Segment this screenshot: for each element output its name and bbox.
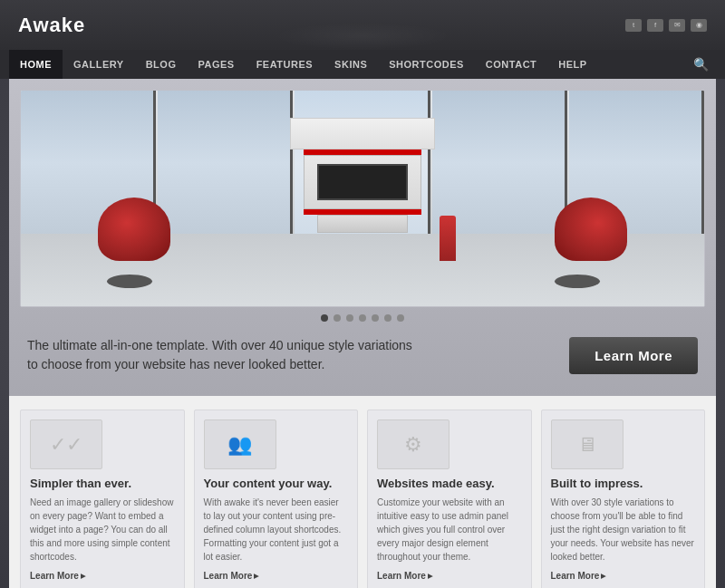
social-icons: t f ✉ ◉ [625,19,707,32]
site-header: Awake t f ✉ ◉ [0,0,725,50]
main-content: The ultimate all-in-one template. With o… [9,79,716,396]
feature-title-3: Websites made easy. [377,477,522,490]
slider-dot-6[interactable] [384,314,392,322]
nav-item-skins[interactable]: SKINS [324,50,378,79]
slider-dot-3[interactable] [346,314,353,322]
feature-link-1[interactable]: Learn More [30,571,175,581]
email-icon[interactable]: ✉ [669,19,685,32]
fireplace-body [304,155,421,209]
nav-item-shortcodes[interactable]: SHORTCODES [378,50,475,79]
fireplace-unit [290,118,435,233]
tv-screen [317,164,408,200]
feature-link-4[interactable]: Learn More [551,571,696,581]
gear-icon: ⚙ [404,433,422,457]
facebook-icon[interactable]: f [647,19,663,32]
nav-item-home[interactable]: HOME [9,50,63,79]
feature-card-websites: ⚙ Websites made easy. Customize your web… [367,410,532,588]
features-section: ✓✓ Simpler than ever. Need an image gall… [9,396,716,588]
feature-link-2[interactable]: Learn More [204,571,349,581]
image-slider[interactable] [20,90,705,307]
nav-item-contact[interactable]: CONTACT [475,50,547,79]
chair-right-base [555,275,600,288]
people-icon: 👥 [227,433,252,457]
slider-dot-4[interactable] [359,314,366,322]
feature-desc-3: Customize your website with an intuitive… [377,496,522,564]
learn-more-button[interactable]: Learn More [569,337,698,374]
feature-card-impress: 🖥 Built to impress. With over 30 style v… [541,410,706,588]
twitter-icon[interactable]: t [625,19,642,32]
slider-dot-5[interactable] [372,314,379,322]
chair-left-base [107,275,152,288]
fireplace-stand [317,215,408,233]
page-background: Awake t f ✉ ◉ HOME GALLERY BLOG PAGES FE… [0,0,725,588]
checkmark-icon: ✓✓ [50,433,82,457]
chair-left [93,198,184,288]
feature-title-4: Built to impress. [551,477,696,490]
slider-dot-1[interactable] [321,314,328,322]
chair-right-seat [555,198,627,261]
nav-item-gallery[interactable]: GALLERY [63,50,135,79]
site-title: Awake [18,14,85,37]
feature-icon-area-4: 🖥 [551,419,624,469]
cta-section: The ultimate all-in-one template. With o… [20,325,705,385]
rss-icon[interactable]: ◉ [691,19,707,32]
feature-card-simpler: ✓✓ Simpler than ever. Need an image gall… [20,410,185,588]
slider-dots [20,307,705,325]
chair-right [541,198,632,288]
feature-desc-4: With over 30 style variations to choose … [551,496,696,564]
cta-text: The ultimate all-in-one template. With o… [27,336,417,374]
main-nav: HOME GALLERY BLOG PAGES FEATURES SKINS S… [0,50,725,79]
vase [440,216,456,261]
feature-icon-area-2: 👥 [204,419,276,469]
feature-card-content: 👥 Your content your way. With awake it's… [194,410,359,588]
feature-desc-1: Need an image gallery or slideshow on ev… [30,496,175,564]
nav-item-blog[interactable]: BLOG [135,50,188,79]
slider-image [21,91,704,306]
feature-desc-2: With awake it's never been easier to lay… [204,496,349,564]
feature-icon-area-3: ⚙ [377,419,450,469]
feature-icon-area-1: ✓✓ [30,419,102,469]
nav-item-pages[interactable]: PAGES [187,50,245,79]
search-icon[interactable]: 🔍 [686,57,716,72]
slider-dot-7[interactable] [397,314,404,322]
nav-item-features[interactable]: FEATURES [246,50,324,79]
feature-title-1: Simpler than ever. [30,477,175,490]
fireplace-mantel [290,118,435,149]
nav-item-help[interactable]: HELP [547,50,597,79]
slider-dot-2[interactable] [334,314,341,322]
nav-items: HOME GALLERY BLOG PAGES FEATURES SKINS S… [9,50,686,79]
monitor-icon: 🖥 [577,433,597,457]
feature-title-2: Your content your way. [204,477,349,490]
feature-link-3[interactable]: Learn More [377,571,522,581]
chair-left-seat [98,198,170,261]
